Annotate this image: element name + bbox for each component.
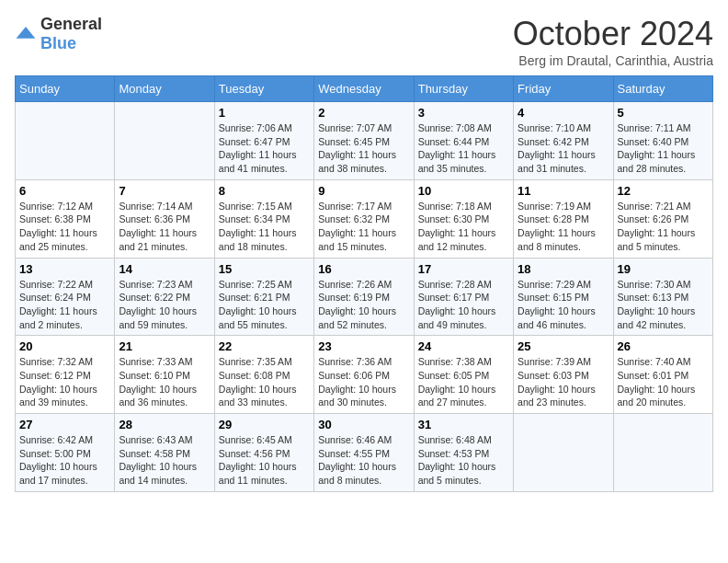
day-number: 22: [219, 339, 310, 353]
logo-general: General: [40, 15, 102, 33]
week-row-2: 6Sunrise: 7:12 AMSunset: 6:38 PMDaylight…: [16, 179, 713, 258]
calendar-cell: 30Sunrise: 6:46 AMSunset: 4:55 PMDayligh…: [314, 414, 414, 492]
day-info: Sunrise: 7:15 AMSunset: 6:34 PMDaylight:…: [219, 200, 310, 254]
logo-icon: [15, 25, 37, 43]
day-info: Sunrise: 7:32 AMSunset: 6:12 PMDaylight:…: [19, 355, 110, 409]
calendar-cell: 10Sunrise: 7:18 AMSunset: 6:30 PMDayligh…: [414, 179, 513, 258]
day-info: Sunrise: 7:26 AMSunset: 6:19 PMDaylight:…: [318, 278, 409, 332]
calendar-cell: 23Sunrise: 7:36 AMSunset: 6:06 PMDayligh…: [314, 336, 414, 414]
week-row-4: 20Sunrise: 7:32 AMSunset: 6:12 PMDayligh…: [16, 336, 713, 414]
calendar-cell: 11Sunrise: 7:19 AMSunset: 6:28 PMDayligh…: [514, 179, 613, 258]
day-info: Sunrise: 7:38 AMSunset: 6:05 PMDaylight:…: [418, 355, 509, 409]
day-info: Sunrise: 7:23 AMSunset: 6:22 PMDaylight:…: [119, 278, 210, 332]
calendar-cell: 8Sunrise: 7:15 AMSunset: 6:34 PMDaylight…: [214, 179, 313, 258]
month-title: October 2024: [513, 15, 713, 53]
calendar-cell: 9Sunrise: 7:17 AMSunset: 6:32 PMDaylight…: [314, 179, 414, 258]
calendar-cell: 13Sunrise: 7:22 AMSunset: 6:24 PMDayligh…: [16, 258, 115, 336]
calendar-cell: 15Sunrise: 7:25 AMSunset: 6:21 PMDayligh…: [214, 258, 313, 336]
weekday-header-tuesday: Tuesday: [214, 76, 313, 102]
day-number: 4: [518, 106, 609, 120]
day-number: 25: [518, 339, 609, 353]
day-number: 18: [518, 262, 609, 276]
calendar-cell: 21Sunrise: 7:33 AMSunset: 6:10 PMDayligh…: [115, 336, 214, 414]
day-info: Sunrise: 7:08 AMSunset: 6:44 PMDaylight:…: [418, 121, 509, 176]
day-info: Sunrise: 6:46 AMSunset: 4:55 PMDaylight:…: [318, 433, 409, 488]
day-info: Sunrise: 7:21 AMSunset: 6:26 PMDaylight:…: [618, 200, 709, 254]
day-info: Sunrise: 7:33 AMSunset: 6:10 PMDaylight:…: [119, 355, 210, 409]
title-area: October 2024 Berg im Drautal, Carinthia,…: [513, 15, 713, 68]
calendar-cell: 3Sunrise: 7:08 AMSunset: 6:44 PMDaylight…: [414, 102, 513, 180]
weekday-header-friday: Friday: [514, 76, 613, 102]
calendar-cell: 4Sunrise: 7:10 AMSunset: 6:42 PMDaylight…: [514, 102, 613, 180]
day-info: Sunrise: 6:45 AMSunset: 4:56 PMDaylight:…: [219, 433, 310, 488]
day-number: 16: [318, 262, 409, 276]
day-number: 14: [119, 262, 210, 276]
day-number: 6: [19, 184, 110, 198]
svg-marker-0: [17, 27, 36, 39]
calendar-cell: 24Sunrise: 7:38 AMSunset: 6:05 PMDayligh…: [414, 336, 513, 414]
logo-text: General Blue: [40, 15, 102, 53]
calendar-cell: 17Sunrise: 7:28 AMSunset: 6:17 PMDayligh…: [414, 258, 513, 336]
day-info: Sunrise: 6:42 AMSunset: 5:00 PMDaylight:…: [19, 433, 110, 488]
calendar-cell: 25Sunrise: 7:39 AMSunset: 6:03 PMDayligh…: [514, 336, 613, 414]
day-info: Sunrise: 7:19 AMSunset: 6:28 PMDaylight:…: [518, 200, 609, 254]
day-number: 23: [318, 339, 409, 353]
day-number: 7: [119, 184, 210, 198]
calendar-cell: 29Sunrise: 6:45 AMSunset: 4:56 PMDayligh…: [214, 414, 313, 492]
calendar-cell: 5Sunrise: 7:11 AMSunset: 6:40 PMDaylight…: [613, 102, 712, 180]
day-number: 10: [418, 184, 509, 198]
calendar-cell: [613, 414, 712, 492]
week-row-1: 1Sunrise: 7:06 AMSunset: 6:47 PMDaylight…: [16, 102, 713, 180]
day-info: Sunrise: 7:18 AMSunset: 6:30 PMDaylight:…: [418, 200, 509, 254]
calendar-cell: 18Sunrise: 7:29 AMSunset: 6:15 PMDayligh…: [514, 258, 613, 336]
day-info: Sunrise: 7:11 AMSunset: 6:40 PMDaylight:…: [618, 121, 709, 176]
day-info: Sunrise: 7:17 AMSunset: 6:32 PMDaylight:…: [318, 200, 409, 254]
week-row-3: 13Sunrise: 7:22 AMSunset: 6:24 PMDayligh…: [16, 258, 713, 336]
day-info: Sunrise: 7:10 AMSunset: 6:42 PMDaylight:…: [518, 121, 609, 176]
logo: General Blue: [15, 15, 102, 53]
day-number: 24: [418, 339, 509, 353]
day-info: Sunrise: 7:36 AMSunset: 6:06 PMDaylight:…: [318, 355, 409, 409]
day-number: 5: [618, 106, 709, 120]
day-number: 12: [618, 184, 709, 198]
day-number: 26: [618, 339, 709, 353]
day-number: 31: [418, 418, 509, 431]
calendar-cell: 1Sunrise: 7:06 AMSunset: 6:47 PMDaylight…: [214, 102, 313, 180]
day-info: Sunrise: 7:25 AMSunset: 6:21 PMDaylight:…: [219, 278, 310, 332]
day-info: Sunrise: 7:30 AMSunset: 6:13 PMDaylight:…: [618, 278, 709, 332]
calendar-cell: 14Sunrise: 7:23 AMSunset: 6:22 PMDayligh…: [115, 258, 214, 336]
day-info: Sunrise: 6:43 AMSunset: 4:58 PMDaylight:…: [119, 433, 210, 488]
calendar-cell: 26Sunrise: 7:40 AMSunset: 6:01 PMDayligh…: [613, 336, 712, 414]
calendar-cell: 12Sunrise: 7:21 AMSunset: 6:26 PMDayligh…: [613, 179, 712, 258]
header: General Blue October 2024 Berg im Drauta…: [15, 15, 713, 68]
day-info: Sunrise: 7:14 AMSunset: 6:36 PMDaylight:…: [119, 200, 210, 254]
weekday-header-monday: Monday: [115, 76, 214, 102]
calendar-cell: 19Sunrise: 7:30 AMSunset: 6:13 PMDayligh…: [613, 258, 712, 336]
calendar-cell: 28Sunrise: 6:43 AMSunset: 4:58 PMDayligh…: [115, 414, 214, 492]
calendar-cell: 22Sunrise: 7:35 AMSunset: 6:08 PMDayligh…: [214, 336, 313, 414]
day-number: 9: [318, 184, 409, 198]
day-number: 19: [618, 262, 709, 276]
day-number: 13: [19, 262, 110, 276]
day-number: 27: [19, 418, 110, 431]
day-info: Sunrise: 7:39 AMSunset: 6:03 PMDaylight:…: [518, 355, 609, 409]
calendar-cell: [16, 102, 115, 180]
weekday-header-sunday: Sunday: [16, 76, 115, 102]
calendar-cell: [514, 414, 613, 492]
location-subtitle: Berg im Drautal, Carinthia, Austria: [513, 53, 713, 68]
calendar-table: SundayMondayTuesdayWednesdayThursdayFrid…: [15, 75, 713, 492]
calendar-cell: 31Sunrise: 6:48 AMSunset: 4:53 PMDayligh…: [414, 414, 513, 492]
calendar-cell: 7Sunrise: 7:14 AMSunset: 6:36 PMDaylight…: [115, 179, 214, 258]
weekday-header-saturday: Saturday: [613, 76, 712, 102]
day-info: Sunrise: 7:40 AMSunset: 6:01 PMDaylight:…: [618, 355, 709, 409]
day-number: 21: [119, 339, 210, 353]
weekday-header-wednesday: Wednesday: [314, 76, 414, 102]
day-number: 8: [219, 184, 310, 198]
day-number: 20: [19, 339, 110, 353]
day-number: 11: [518, 184, 609, 198]
day-number: 28: [119, 418, 210, 431]
day-number: 15: [219, 262, 310, 276]
day-info: Sunrise: 7:06 AMSunset: 6:47 PMDaylight:…: [219, 121, 310, 176]
week-row-5: 27Sunrise: 6:42 AMSunset: 5:00 PMDayligh…: [16, 414, 713, 492]
day-number: 17: [418, 262, 509, 276]
